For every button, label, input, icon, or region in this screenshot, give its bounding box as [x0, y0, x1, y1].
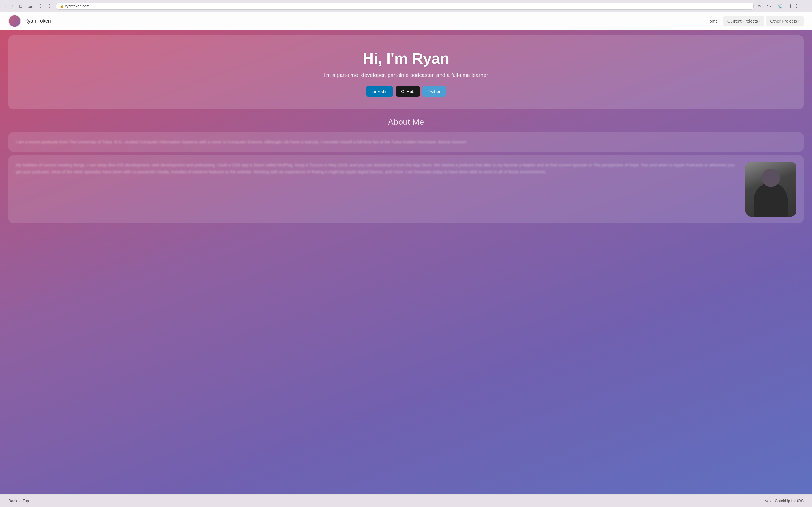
nav-current-projects[interactable]: Current Projects ▾: [723, 16, 764, 25]
current-projects-caret: ▾: [759, 19, 760, 22]
nav-other-projects[interactable]: Other Projects ▾: [766, 16, 804, 25]
navbar-brand[interactable]: Ryan Token: [8, 15, 703, 27]
new-tab-button[interactable]: +: [803, 3, 809, 9]
lock-icon: 🔒: [60, 4, 64, 8]
profile-photo: [746, 162, 796, 217]
page-footer: Back to Top Next: CatchUp for iOS: [0, 494, 812, 507]
hero-buttons: LinkedIn GitHub Twitter: [20, 86, 792, 97]
nav-home[interactable]: Home: [703, 16, 722, 25]
profile-photo-inner: [746, 162, 796, 217]
share-button[interactable]: ⬆: [787, 3, 794, 9]
about-paragraph-2: My hobbies of course creating things. I …: [16, 162, 739, 175]
back-to-top-link[interactable]: Back to Top: [8, 499, 29, 503]
next-link[interactable]: Next: CatchUp for iOS: [765, 499, 804, 503]
address-bar[interactable]: 🔒 ryantoken.com: [56, 3, 754, 10]
navbar-avatar: [8, 15, 21, 27]
reload-button[interactable]: ↻: [756, 3, 763, 9]
about-card-bottom: My hobbies of course creating things. I …: [8, 156, 804, 223]
url-text: ryantoken.com: [65, 4, 89, 8]
about-card-top: I am a recent graduate from The Universi…: [8, 132, 804, 152]
navbar-links: Home Current Projects ▾ Other Projects ▾: [703, 16, 804, 25]
hero-card: Hi, I'm Ryan I'm a part-time developer, …: [8, 36, 804, 109]
tracking-button[interactable]: 🛡: [766, 3, 773, 9]
avatar-image: [9, 15, 20, 27]
about-section-title: About Me: [8, 117, 804, 127]
back-button[interactable]: ‹: [3, 3, 8, 9]
twitter-button[interactable]: Twitter: [422, 86, 446, 97]
other-projects-caret: ▾: [798, 19, 800, 22]
forward-button[interactable]: ›: [10, 3, 15, 9]
browser-right-controls: ⬆ ⛶ +: [787, 3, 809, 9]
page-content: Hi, I'm Ryan I'm a part-time developer, …: [0, 30, 812, 494]
fullscreen-button[interactable]: ⛶: [795, 3, 802, 9]
hero-subtitle: I'm a part-time developer, part-time pod…: [20, 72, 792, 78]
navbar: Ryan Token Home Current Projects ▾ Other…: [0, 12, 812, 30]
cloud-button[interactable]: ☁: [27, 3, 34, 9]
about-section: About Me I am a recent graduate from The…: [8, 117, 804, 223]
tab-view-button[interactable]: ⊡: [18, 3, 24, 9]
subtitle-before: I'm a part-time: [324, 72, 358, 78]
rss-button[interactable]: 📡: [776, 3, 784, 9]
browser-chrome: ‹ › ⊡ ☁ ⋮⋮⋮ 🔒 ryantoken.com ↻ 🛡 📡 ⬆ ⛶ +: [0, 0, 812, 12]
navbar-site-name: Ryan Token: [24, 18, 51, 24]
about-text-container: My hobbies of course creating things. I …: [16, 162, 739, 175]
grid-button[interactable]: ⋮⋮⋮: [37, 3, 53, 9]
subtitle-after: developer, part-time podcaster, and a fu…: [361, 72, 488, 78]
hero-title: Hi, I'm Ryan: [20, 50, 792, 67]
about-paragraph-1: I am a recent graduate from The Universi…: [16, 138, 796, 145]
linkedin-button[interactable]: LinkedIn: [366, 86, 393, 97]
github-button[interactable]: GitHub: [396, 86, 420, 97]
